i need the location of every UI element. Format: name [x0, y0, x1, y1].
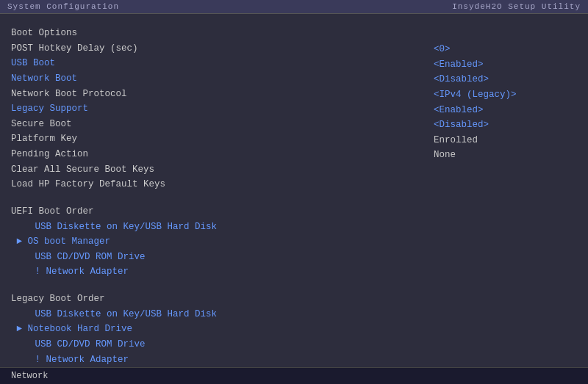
boot-options-header: Boot Options [11, 26, 415, 41]
right-panel: <0> <Enabled> <Disabled> <IPv4 (Legacy)>… [426, 20, 588, 367]
left-panel: Boot Options POST Hotkey Delay (sec) USB… [0, 20, 426, 367]
value-usb-boot: <Enabled> [434, 57, 581, 73]
load-hp-factory-keys[interactable]: Load HP Factory Default Keys [11, 177, 415, 192]
pending-action[interactable]: Pending Action [11, 147, 415, 162]
legacy-usb-dvd[interactable]: USB CD/DVD ROM Drive [11, 337, 415, 352]
uefi-os-boot-manager[interactable]: ► OS boot Manager [11, 234, 415, 250]
uefi-usb-dvd[interactable]: USB CD/DVD ROM Drive [11, 250, 415, 265]
secure-boot[interactable]: Secure Boot [11, 117, 415, 132]
value-platform-key: Enrolled [434, 133, 581, 148]
network-footer-label: Network [11, 371, 48, 381]
uefi-network-adapter[interactable]: ! Network Adapter [11, 264, 415, 280]
legacy-usb-diskette[interactable]: USB Diskette on Key/USB Hard Disk [11, 307, 415, 322]
value-network-boot: <Disabled> [434, 72, 581, 87]
post-hotkey-delay[interactable]: POST Hotkey Delay (sec) [11, 41, 415, 57]
clear-secure-boot-keys[interactable]: Clear All Secure Boot Keys [11, 162, 415, 178]
uefi-usb-diskette[interactable]: USB Diskette on Key/USB Hard Disk [11, 220, 415, 235]
value-secure-boot: <Disabled> [434, 117, 581, 133]
header-bar: System Configuration InsydeH2O Setup Uti… [0, 0, 588, 14]
legacy-notebook-hard-drive[interactable]: ► Notebook Hard Drive [11, 322, 415, 337]
network-boot-protocol[interactable]: Network Boot Protocol [11, 87, 415, 102]
network-boot[interactable]: Network Boot [11, 71, 415, 87]
legacy-network-adapter[interactable]: ! Network Adapter [11, 352, 415, 368]
value-post-hotkey: <0> [434, 42, 581, 57]
value-pending-action: None [434, 148, 581, 163]
value-network-boot-protocol: <IPv4 (Legacy)> [434, 87, 581, 103]
usb-boot[interactable]: USB Boot [11, 56, 415, 71]
legacy-support[interactable]: Legacy Support [11, 101, 415, 117]
platform-key[interactable]: Platform Key [11, 131, 415, 147]
footer: Network [0, 367, 588, 384]
uefi-boot-order-header: UEFI Boot Order [11, 204, 415, 220]
header-title: System Configuration [7, 2, 119, 11]
main-content: Boot Options POST Hotkey Delay (sec) USB… [0, 14, 588, 367]
value-legacy-support: <Enabled> [434, 103, 581, 118]
legacy-boot-order-header: Legacy Boot Order [11, 291, 415, 307]
header-app-title: InsydeH2O Setup Utility [452, 2, 581, 11]
